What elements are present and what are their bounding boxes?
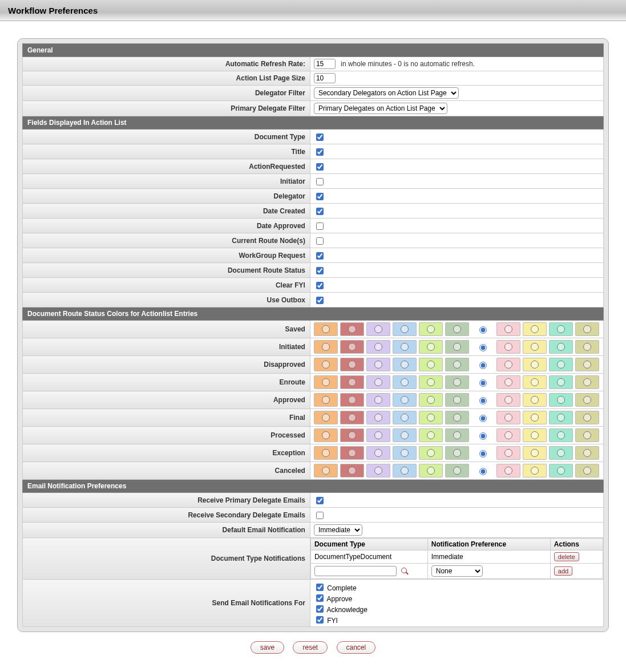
field-checkbox-delegator[interactable] [316, 193, 324, 200]
send-for-checkbox-approve[interactable] [316, 594, 324, 602]
status-color-swatch[interactable] [549, 411, 573, 424]
status-color-swatch[interactable] [496, 446, 520, 460]
status-color-swatch[interactable] [340, 446, 364, 460]
reset-button[interactable]: reset [293, 641, 328, 654]
field-checkbox-date-created[interactable] [316, 208, 324, 215]
status-color-swatch[interactable] [366, 322, 390, 336]
field-checkbox-document-route-status[interactable] [316, 267, 324, 274]
field-checkbox-actionrequested[interactable] [316, 163, 324, 171]
status-color-swatch[interactable] [575, 393, 599, 407]
status-color-swatch[interactable] [314, 375, 338, 389]
status-color-swatch[interactable] [366, 411, 390, 424]
status-color-swatch[interactable] [314, 446, 338, 460]
status-color-swatch[interactable] [575, 340, 599, 354]
send-for-checkbox-complete[interactable] [316, 584, 324, 591]
field-checkbox-current-route-node-s-[interactable] [316, 237, 324, 245]
status-color-swatch[interactable] [575, 375, 599, 389]
status-color-swatch[interactable] [549, 393, 573, 407]
status-color-swatch[interactable] [445, 375, 469, 389]
status-color-swatch[interactable] [366, 340, 390, 354]
secondary-delegate-emails-checkbox[interactable] [316, 512, 324, 519]
status-color-swatch[interactable] [314, 358, 338, 371]
status-color-swatch[interactable] [340, 340, 364, 354]
status-color-swatch[interactable] [393, 446, 417, 460]
status-color-swatch[interactable] [445, 340, 469, 354]
default-email-notification-select[interactable]: Immediate [314, 524, 362, 536]
status-color-swatch[interactable] [523, 446, 547, 460]
status-color-swatch[interactable] [445, 358, 469, 371]
status-color-swatch[interactable] [496, 322, 520, 336]
delete-button[interactable]: delete [554, 552, 579, 561]
status-color-swatch[interactable] [496, 464, 520, 477]
status-color-swatch[interactable] [419, 446, 443, 460]
status-color-swatch[interactable] [549, 358, 573, 371]
field-checkbox-clear-fyi[interactable] [316, 282, 324, 289]
status-color-swatch[interactable] [314, 393, 338, 407]
status-color-swatch[interactable] [340, 411, 364, 424]
status-color-swatch[interactable] [496, 340, 520, 354]
status-color-swatch[interactable] [340, 358, 364, 371]
status-color-swatch[interactable] [393, 464, 417, 477]
status-color-swatch[interactable] [314, 411, 338, 424]
send-for-checkbox-acknowledge[interactable] [316, 605, 324, 613]
status-color-swatch[interactable] [549, 428, 573, 442]
delegator-filter-select[interactable]: Secondary Delegators on Action List Page [314, 87, 459, 99]
status-color-swatch[interactable] [314, 322, 338, 336]
status-color-radio[interactable] [479, 362, 487, 369]
send-for-checkbox-fyi[interactable] [316, 616, 324, 624]
primary-delegate-filter-select[interactable]: Primary Delegates on Action List Page [314, 103, 447, 114]
status-color-swatch[interactable] [340, 393, 364, 407]
status-color-swatch[interactable] [575, 358, 599, 371]
status-color-swatch[interactable] [445, 464, 469, 477]
field-checkbox-use-outbox[interactable] [316, 297, 324, 304]
status-color-swatch[interactable] [419, 428, 443, 442]
status-color-swatch[interactable] [549, 446, 573, 460]
status-color-swatch[interactable] [523, 393, 547, 407]
status-color-swatch[interactable] [523, 464, 547, 477]
page-size-input[interactable] [314, 73, 336, 83]
status-color-swatch[interactable] [523, 358, 547, 371]
status-color-swatch[interactable] [445, 322, 469, 336]
status-color-swatch[interactable] [575, 446, 599, 460]
field-checkbox-workgroup-request[interactable] [316, 252, 324, 260]
status-color-swatch[interactable] [496, 411, 520, 424]
status-color-swatch[interactable] [523, 340, 547, 354]
status-color-radio[interactable] [479, 432, 487, 440]
status-color-swatch[interactable] [549, 375, 573, 389]
status-color-radio[interactable] [479, 450, 487, 458]
status-color-radio[interactable] [479, 344, 487, 351]
status-color-swatch[interactable] [393, 322, 417, 336]
status-color-swatch[interactable] [366, 375, 390, 389]
status-color-swatch[interactable] [575, 428, 599, 442]
status-color-swatch[interactable] [419, 393, 443, 407]
status-color-swatch[interactable] [419, 464, 443, 477]
save-button[interactable]: save [251, 641, 284, 654]
status-color-swatch[interactable] [523, 375, 547, 389]
status-color-swatch[interactable] [393, 340, 417, 354]
status-color-radio[interactable] [479, 397, 487, 404]
status-color-radio[interactable] [479, 379, 487, 387]
status-color-swatch[interactable] [419, 340, 443, 354]
status-color-swatch[interactable] [523, 411, 547, 424]
refresh-rate-input[interactable] [314, 59, 336, 69]
status-color-swatch[interactable] [549, 464, 573, 477]
doc-type-add-input[interactable] [314, 566, 397, 576]
status-color-swatch[interactable] [496, 358, 520, 371]
status-color-swatch[interactable] [314, 428, 338, 442]
status-color-swatch[interactable] [393, 393, 417, 407]
lookup-icon[interactable] [401, 567, 410, 576]
status-color-swatch[interactable] [496, 375, 520, 389]
doc-type-add-pref-select[interactable]: None [431, 565, 483, 577]
status-color-radio[interactable] [479, 468, 487, 475]
status-color-swatch[interactable] [419, 411, 443, 424]
status-color-swatch[interactable] [366, 358, 390, 371]
status-color-swatch[interactable] [419, 375, 443, 389]
field-checkbox-initiator[interactable] [316, 178, 324, 185]
status-color-swatch[interactable] [366, 446, 390, 460]
status-color-swatch[interactable] [549, 322, 573, 336]
status-color-swatch[interactable] [314, 340, 338, 354]
status-color-radio[interactable] [479, 326, 487, 334]
field-checkbox-document-type[interactable] [316, 133, 324, 141]
status-color-swatch[interactable] [445, 411, 469, 424]
status-color-swatch[interactable] [393, 411, 417, 424]
